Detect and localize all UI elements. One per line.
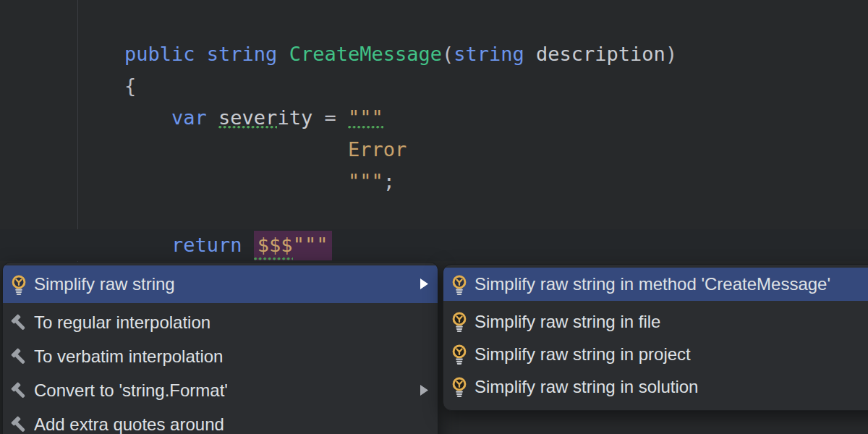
hammer-icon xyxy=(9,347,28,366)
code-token: return xyxy=(171,234,242,256)
menu-item[interactable]: Simplify raw string xyxy=(3,265,438,303)
code-token xyxy=(312,106,324,129)
code-token: """ xyxy=(348,170,383,192)
submenu-arrow-icon xyxy=(420,385,429,396)
hammer-icon xyxy=(9,313,28,332)
code-token: var xyxy=(171,106,207,129)
menu-item-label: To regular interpolation xyxy=(34,312,210,333)
menu-item[interactable]: Add extra quotes around xyxy=(3,407,438,434)
code-token: { xyxy=(77,75,136,97)
lightbulb-icon xyxy=(451,376,468,397)
code-token: string xyxy=(207,43,278,65)
menu-item[interactable]: To verbatim interpolation xyxy=(3,339,438,373)
code-token xyxy=(77,106,171,129)
menu-item[interactable]: Simplify raw string in solution xyxy=(443,370,868,403)
menu-item-label: Simplify raw string xyxy=(34,274,175,294)
menu-item-label: Simplify raw string in method 'CreateMes… xyxy=(475,274,830,294)
menu-item[interactable]: To regular interpolation xyxy=(3,305,438,339)
lightbulb-icon xyxy=(451,344,468,365)
hammer-icon xyxy=(9,381,28,400)
submenu-arrow-icon xyxy=(420,278,429,290)
code-token xyxy=(195,43,207,65)
code-token: string xyxy=(454,43,524,65)
code-token xyxy=(77,138,348,161)
code-block[interactable]: public string CreateMessage(string descr… xyxy=(77,38,677,261)
code-token: public xyxy=(124,43,195,65)
menu-item[interactable]: Simplify raw string in method 'CreateMes… xyxy=(443,268,868,301)
menu-item-label: Simplify raw string in project xyxy=(475,344,691,365)
intention-scope-submenu: Simplify raw string in method 'CreateMes… xyxy=(443,264,868,411)
code-token: ity xyxy=(277,106,312,129)
code-token: ( xyxy=(442,43,454,65)
code-token xyxy=(77,43,124,65)
code-token: """ xyxy=(348,106,383,129)
code-token: Error xyxy=(348,138,407,161)
code-token xyxy=(207,106,218,129)
code-token xyxy=(77,170,348,192)
menu-item[interactable]: Simplify raw string in file xyxy=(443,305,868,338)
code-token: ; xyxy=(383,170,395,192)
menu-item-label: Simplify raw string in solution xyxy=(475,377,698,397)
code-token: ) xyxy=(665,43,677,65)
lightbulb-icon xyxy=(451,274,468,295)
code-token: """ xyxy=(293,231,333,260)
lightbulb-icon xyxy=(10,274,27,295)
menu-item-label: To verbatim interpolation xyxy=(34,346,223,367)
code-token xyxy=(277,43,289,65)
menu-item[interactable]: Simplify raw string in project xyxy=(443,338,868,370)
code-token: $$$ xyxy=(254,231,293,260)
lightbulb-icon xyxy=(451,311,468,332)
menu-item[interactable]: Convert to 'string.Format' xyxy=(3,373,438,407)
intention-actions-popup: Simplify raw string To regular interpola… xyxy=(2,262,438,434)
code-token: CreateMessage xyxy=(289,43,442,65)
menu-item-label: Simplify raw string in file xyxy=(475,312,660,332)
hammer-icon xyxy=(9,415,28,434)
code-token: sever xyxy=(218,106,277,129)
code-token: = xyxy=(324,106,336,129)
code-token xyxy=(77,234,171,256)
menu-item-label: Add extra quotes around xyxy=(34,414,224,434)
code-token: description xyxy=(536,43,665,65)
code-token xyxy=(524,43,536,65)
code-token xyxy=(242,234,254,256)
menu-item-label: Convert to 'string.Format' xyxy=(34,380,228,401)
code-token xyxy=(336,106,348,129)
